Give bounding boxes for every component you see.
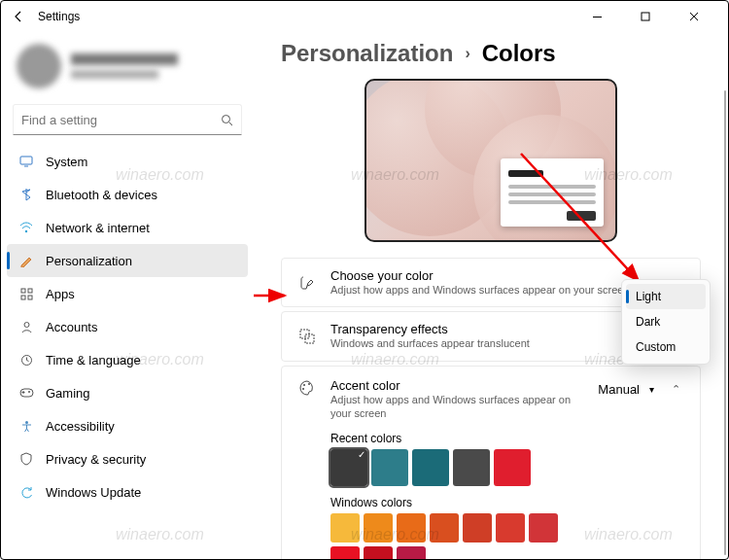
sidebar-item-network[interactable]: Network & internet <box>7 211 248 244</box>
window-title: Settings <box>38 10 80 23</box>
color-swatch[interactable] <box>529 513 558 542</box>
color-swatch[interactable] <box>397 546 426 559</box>
breadcrumb-current: Colors <box>482 40 556 67</box>
back-button[interactable] <box>11 9 26 24</box>
privacy-icon <box>18 451 34 467</box>
card-title: Accent color <box>330 378 578 393</box>
accent-color-card: Accent color Adjust how apps and Windows… <box>281 366 701 559</box>
svg-rect-2 <box>20 157 32 164</box>
breadcrumb: Personalization › Colors <box>281 40 701 67</box>
sidebar-item-bluetooth[interactable]: Bluetooth & devices <box>7 178 248 211</box>
sidebar-item-label: Time & language <box>46 353 141 368</box>
breadcrumb-parent[interactable]: Personalization <box>281 40 453 67</box>
sidebar-item-label: Personalization <box>46 254 132 268</box>
maximize-button[interactable] <box>631 2 660 31</box>
color-swatch[interactable] <box>364 513 393 542</box>
minimize-button[interactable] <box>582 2 611 31</box>
recent-colors-label: Recent colors <box>330 432 578 445</box>
color-mode-dropdown[interactable]: Light Dark Custom <box>621 279 711 365</box>
svg-rect-7 <box>28 296 32 299</box>
sidebar: System Bluetooth & devices Network & int… <box>1 32 254 559</box>
color-swatch[interactable] <box>494 449 531 486</box>
sidebar-item-label: Gaming <box>46 386 90 401</box>
recent-colors-row <box>330 449 578 486</box>
dropdown-option-dark[interactable]: Dark <box>626 309 706 334</box>
palette-icon <box>297 378 317 398</box>
dropdown-value: Manual <box>598 382 640 397</box>
sidebar-item-system[interactable]: System <box>7 145 248 178</box>
sidebar-item-label: Accounts <box>46 320 97 334</box>
dropdown-option-light[interactable]: Light <box>626 284 706 309</box>
theme-preview <box>364 79 617 242</box>
windows-colors-row <box>330 513 578 559</box>
svg-rect-0 <box>642 13 649 20</box>
time-icon <box>18 352 34 368</box>
title-bar: Settings <box>1 1 728 32</box>
gaming-icon <box>18 385 34 401</box>
color-swatch[interactable] <box>364 546 393 559</box>
wifi-icon <box>18 220 34 235</box>
color-swatch[interactable] <box>397 513 426 542</box>
content-area: Personalization › Colors Choose yo <box>254 32 728 559</box>
accessibility-icon <box>18 418 34 434</box>
chevron-up-icon[interactable]: ⌃ <box>668 379 684 400</box>
svg-rect-5 <box>28 289 32 293</box>
accent-mode-dropdown[interactable]: Manual ▾ <box>592 378 660 401</box>
svg-point-3 <box>25 230 27 232</box>
transparency-icon <box>297 327 317 346</box>
color-swatch[interactable] <box>330 449 367 486</box>
sidebar-item-accounts[interactable]: Accounts <box>7 310 248 343</box>
profile-name <box>71 53 178 65</box>
svg-point-12 <box>25 421 28 424</box>
svg-point-15 <box>303 384 305 386</box>
sidebar-item-label: Accessibility <box>46 419 115 434</box>
svg-point-8 <box>24 322 29 327</box>
sidebar-item-label: Apps <box>46 287 75 301</box>
sidebar-item-personalization[interactable]: Personalization <box>7 244 248 277</box>
sidebar-item-accessibility[interactable]: Accessibility <box>7 409 248 442</box>
system-icon <box>18 154 34 169</box>
svg-point-11 <box>28 391 30 393</box>
dropdown-option-custom[interactable]: Custom <box>626 334 706 360</box>
sidebar-item-apps[interactable]: Apps <box>7 277 248 310</box>
color-swatch[interactable] <box>496 513 525 542</box>
search-input[interactable] <box>21 113 221 127</box>
accounts-icon <box>18 319 34 334</box>
sidebar-item-time[interactable]: Time & language <box>7 343 248 376</box>
chevron-down-icon: ▾ <box>649 384 654 395</box>
brush-icon <box>297 273 317 293</box>
search-icon <box>221 114 233 126</box>
sidebar-item-gaming[interactable]: Gaming <box>7 376 248 409</box>
color-swatch[interactable] <box>430 513 459 542</box>
sidebar-item-label: Bluetooth & devices <box>46 188 157 202</box>
svg-rect-6 <box>21 296 25 299</box>
close-button[interactable] <box>679 2 709 31</box>
sidebar-item-update[interactable]: Windows Update <box>7 475 248 508</box>
scrollbar[interactable] <box>724 90 726 555</box>
update-icon <box>18 484 34 500</box>
search-box[interactable] <box>13 104 242 135</box>
color-swatch[interactable] <box>463 513 492 542</box>
profile-email <box>71 70 158 79</box>
color-swatch[interactable] <box>330 513 360 542</box>
svg-rect-4 <box>21 289 25 293</box>
color-swatch[interactable] <box>371 449 408 486</box>
svg-point-1 <box>223 115 230 122</box>
sidebar-item-label: Windows Update <box>46 485 141 500</box>
sidebar-item-privacy[interactable]: Privacy & security <box>7 442 248 475</box>
svg-point-17 <box>302 388 304 390</box>
bluetooth-icon <box>18 187 34 202</box>
sidebar-item-label: System <box>46 155 87 169</box>
color-swatch[interactable] <box>330 546 360 559</box>
color-swatch[interactable] <box>412 449 449 486</box>
windows-colors-label: Windows colors <box>330 496 578 509</box>
chevron-right-icon: › <box>465 45 469 62</box>
profile-block[interactable] <box>7 38 248 100</box>
sidebar-item-label: Network & internet <box>46 221 150 235</box>
svg-point-16 <box>308 383 310 385</box>
color-swatch[interactable] <box>453 449 490 486</box>
personalization-icon <box>18 253 34 268</box>
card-subtitle: Adjust how apps and Windows surfaces app… <box>330 393 578 421</box>
apps-icon <box>18 286 34 301</box>
avatar <box>17 44 61 88</box>
